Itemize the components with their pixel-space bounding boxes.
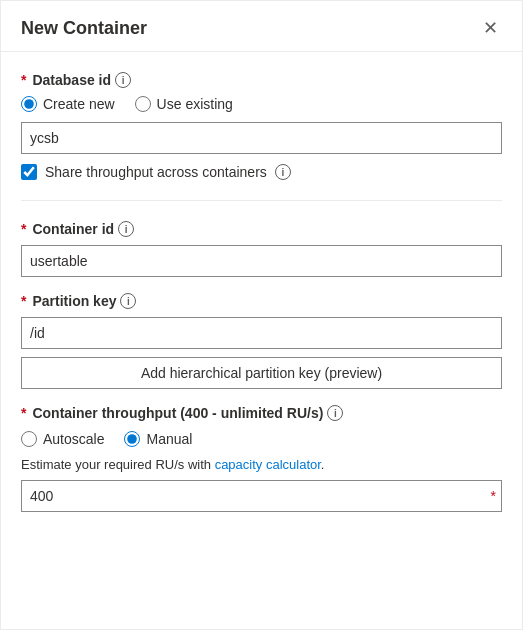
create-new-radio[interactable]: [21, 96, 37, 112]
partition-key-section: * Partition key i Add hierarchical parti…: [21, 293, 502, 389]
container-id-section: * Container id i: [21, 221, 502, 277]
share-throughput-info-icon[interactable]: i: [275, 164, 291, 180]
throughput-label: * Container throughput (400 - unlimited …: [21, 405, 502, 421]
required-star-throughput: *: [21, 405, 26, 421]
use-existing-radio-label[interactable]: Use existing: [135, 96, 233, 112]
close-button[interactable]: ✕: [479, 17, 502, 39]
required-star-partition: *: [21, 293, 26, 309]
autoscale-radio[interactable]: [21, 431, 37, 447]
create-new-radio-label[interactable]: Create new: [21, 96, 115, 112]
estimate-text: Estimate your required RU/s with capacit…: [21, 457, 502, 472]
database-id-info-icon[interactable]: i: [115, 72, 131, 88]
autoscale-radio-label[interactable]: Autoscale: [21, 431, 104, 447]
throughput-info-icon[interactable]: i: [327, 405, 343, 421]
manual-radio[interactable]: [124, 431, 140, 447]
container-id-label: * Container id i: [21, 221, 502, 237]
manual-radio-label[interactable]: Manual: [124, 431, 192, 447]
required-star-container: *: [21, 221, 26, 237]
partition-key-input[interactable]: [21, 317, 502, 349]
database-id-label: * Database id i: [21, 72, 502, 88]
database-id-section: * Database id i Create new Use existing …: [21, 72, 502, 180]
required-star: *: [21, 72, 26, 88]
database-id-radio-group: Create new Use existing: [21, 96, 502, 112]
share-throughput-label: Share throughput across containers: [45, 164, 267, 180]
autoscale-label: Autoscale: [43, 431, 104, 447]
use-existing-radio[interactable]: [135, 96, 151, 112]
share-throughput-checkbox-label[interactable]: Share throughput across containers i: [21, 164, 502, 180]
throughput-input[interactable]: [21, 480, 502, 512]
manual-label: Manual: [146, 431, 192, 447]
new-container-dialog: New Container ✕ * Database id i Create n…: [0, 0, 523, 630]
create-new-label: Create new: [43, 96, 115, 112]
use-existing-label: Use existing: [157, 96, 233, 112]
container-id-info-icon[interactable]: i: [118, 221, 134, 237]
throughput-section: * Container throughput (400 - unlimited …: [21, 405, 502, 512]
section-divider: [21, 200, 502, 201]
dialog-header: New Container ✕: [1, 1, 522, 52]
partition-key-label: * Partition key i: [21, 293, 502, 309]
partition-key-info-icon[interactable]: i: [120, 293, 136, 309]
share-throughput-checkbox[interactable]: [21, 164, 37, 180]
throughput-radio-group: Autoscale Manual: [21, 431, 502, 447]
dialog-body: * Database id i Create new Use existing …: [1, 52, 522, 532]
dialog-title: New Container: [21, 18, 147, 39]
container-id-input[interactable]: [21, 245, 502, 277]
throughput-input-wrapper: *: [21, 480, 502, 512]
add-hierarchical-partition-button[interactable]: Add hierarchical partition key (preview): [21, 357, 502, 389]
capacity-calculator-link[interactable]: capacity calculator: [215, 457, 321, 472]
database-id-input[interactable]: [21, 122, 502, 154]
